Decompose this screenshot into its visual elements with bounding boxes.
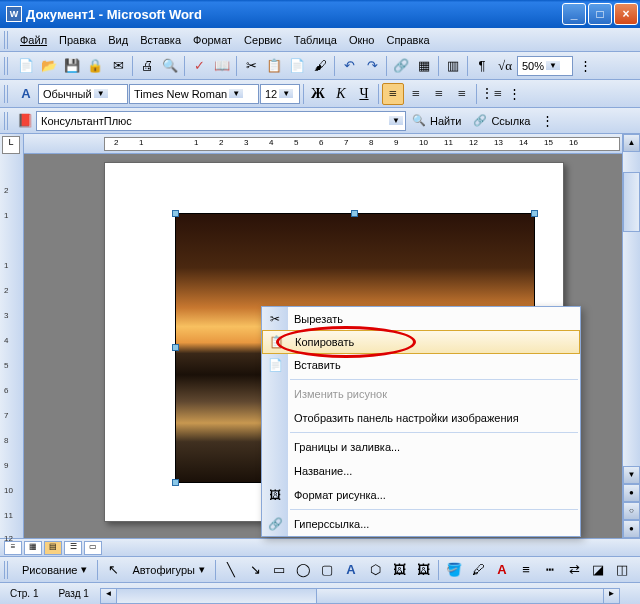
print-icon[interactable]: 🖨: [136, 55, 158, 77]
bullets-button[interactable]: ⋮≡: [480, 83, 502, 105]
italic-button[interactable]: К: [330, 83, 352, 105]
ctx-cut[interactable]: ✂Вырезать: [262, 307, 580, 331]
grip-icon[interactable]: [4, 31, 10, 49]
consultant-icon[interactable]: 📕: [14, 110, 36, 132]
picture-icon[interactable]: 🖼: [412, 559, 434, 581]
mail-icon[interactable]: ✉: [107, 55, 129, 77]
maximize-button[interactable]: □: [588, 3, 612, 25]
scroll-up-icon[interactable]: ▲: [623, 134, 640, 152]
menu-edit[interactable]: Правка: [53, 32, 102, 48]
close-button[interactable]: ×: [614, 3, 638, 25]
grip-icon[interactable]: [4, 561, 10, 579]
show-marks-icon[interactable]: ¶: [471, 55, 493, 77]
arrow-icon[interactable]: ↘: [244, 559, 266, 581]
new-icon[interactable]: 📄: [15, 55, 37, 77]
font-combo[interactable]: Times New Roman▼: [129, 84, 259, 104]
size-combo[interactable]: 12▼: [260, 84, 300, 104]
paste-icon[interactable]: 📄: [286, 55, 308, 77]
permission-icon[interactable]: 🔒: [84, 55, 106, 77]
fill-color-icon[interactable]: 🪣: [443, 559, 465, 581]
toolbar-options-icon[interactable]: ⋮: [574, 55, 596, 77]
menu-format[interactable]: Формат: [187, 32, 238, 48]
ctx-format-picture[interactable]: 🖼Формат рисунка...: [262, 483, 580, 507]
menu-view[interactable]: Вид: [102, 32, 134, 48]
autoshapes-menu[interactable]: Автофигуры ▾: [126, 561, 211, 578]
link-button[interactable]: 🔗Ссылка: [467, 112, 536, 129]
bold-button[interactable]: Ж: [307, 83, 329, 105]
drawing-menu[interactable]: Рисование ▾: [16, 561, 93, 578]
print-view-button[interactable]: ▤: [44, 541, 62, 555]
diagram-icon[interactable]: ⬡: [364, 559, 386, 581]
grip-icon[interactable]: [4, 85, 10, 103]
spell-icon[interactable]: ✓: [188, 55, 210, 77]
scroll-thumb[interactable]: [623, 172, 640, 232]
ctx-hyperlink[interactable]: 🔗Гиперссылка...: [262, 512, 580, 536]
shadow-icon[interactable]: ◪: [587, 559, 609, 581]
select-icon[interactable]: ↖: [102, 559, 124, 581]
align-justify-button[interactable]: ≡: [451, 83, 473, 105]
open-icon[interactable]: 📂: [38, 55, 60, 77]
arrow-style-icon[interactable]: ⇄: [563, 559, 585, 581]
resize-handle[interactable]: [172, 344, 179, 351]
underline-button[interactable]: Ч: [353, 83, 375, 105]
menu-table[interactable]: Таблица: [288, 32, 343, 48]
horizontal-ruler[interactable]: 21 12 34 56 78 910 1112 1314 1516: [24, 134, 640, 154]
align-left-button[interactable]: ≡: [382, 83, 404, 105]
ctx-paste[interactable]: 📄Вставить: [262, 353, 580, 377]
table-icon[interactable]: ▦: [413, 55, 435, 77]
scroll-down-icon[interactable]: ▼: [623, 466, 640, 484]
formula-icon[interactable]: √α: [494, 55, 516, 77]
ctx-caption[interactable]: Название...: [262, 459, 580, 483]
minimize-button[interactable]: _: [562, 3, 586, 25]
horizontal-scrollbar[interactable]: ◄ ►: [100, 588, 620, 604]
consultant-combo[interactable]: КонсультантПлюс▼: [36, 111, 406, 131]
zoom-combo[interactable]: 50%▼: [517, 56, 573, 76]
line-icon[interactable]: ╲: [220, 559, 242, 581]
next-page-icon[interactable]: ●: [623, 520, 640, 538]
reading-view-button[interactable]: ▭: [84, 541, 102, 555]
prev-page-icon[interactable]: ●: [623, 484, 640, 502]
3d-icon[interactable]: ◫: [611, 559, 633, 581]
hyperlink-icon[interactable]: 🔗: [390, 55, 412, 77]
styles-pane-icon[interactable]: A: [15, 83, 37, 105]
resize-handle[interactable]: [351, 210, 358, 217]
resize-handle[interactable]: [531, 210, 538, 217]
resize-handle[interactable]: [172, 210, 179, 217]
web-view-button[interactable]: ▦: [24, 541, 42, 555]
wordart-icon[interactable]: A: [340, 559, 362, 581]
vertical-scrollbar[interactable]: ▲ ▼ ● ○ ●: [622, 134, 640, 538]
ctx-borders[interactable]: Границы и заливка...: [262, 435, 580, 459]
columns-icon[interactable]: ▥: [442, 55, 464, 77]
menu-tools[interactable]: Сервис: [238, 32, 288, 48]
grip-icon[interactable]: [4, 57, 10, 75]
menu-help[interactable]: Справка: [380, 32, 435, 48]
textbox-icon[interactable]: ▢: [316, 559, 338, 581]
cut-icon[interactable]: ✂: [240, 55, 262, 77]
outline-view-button[interactable]: ☰: [64, 541, 82, 555]
line-style-icon[interactable]: ≡: [515, 559, 537, 581]
preview-icon[interactable]: 🔍: [159, 55, 181, 77]
save-icon[interactable]: 💾: [61, 55, 83, 77]
redo-icon[interactable]: ↷: [361, 55, 383, 77]
menu-insert[interactable]: Вставка: [134, 32, 187, 48]
style-combo[interactable]: Обычный▼: [38, 84, 128, 104]
dash-style-icon[interactable]: ┅: [539, 559, 561, 581]
ctx-show-toolbar[interactable]: Отобразить панель настройки изображения: [262, 406, 580, 430]
find-button[interactable]: 🔍Найти: [406, 112, 467, 129]
align-center-button[interactable]: ≡: [405, 83, 427, 105]
ruler-corner[interactable]: L: [2, 136, 20, 154]
ctx-copy[interactable]: 📋Копировать: [262, 330, 580, 354]
resize-handle[interactable]: [172, 479, 179, 486]
research-icon[interactable]: 📖: [211, 55, 233, 77]
grip-icon[interactable]: [4, 112, 10, 130]
oval-icon[interactable]: ◯: [292, 559, 314, 581]
toolbar-options-icon[interactable]: ⋮: [503, 83, 525, 105]
browse-object-icon[interactable]: ○: [623, 502, 640, 520]
copy-icon[interactable]: 📋: [263, 55, 285, 77]
rectangle-icon[interactable]: ▭: [268, 559, 290, 581]
format-painter-icon[interactable]: 🖌: [309, 55, 331, 77]
clipart-icon[interactable]: 🖼: [388, 559, 410, 581]
menu-window[interactable]: Окно: [343, 32, 381, 48]
font-color-icon[interactable]: A: [491, 559, 513, 581]
toolbar-options-icon[interactable]: ⋮: [536, 110, 558, 132]
